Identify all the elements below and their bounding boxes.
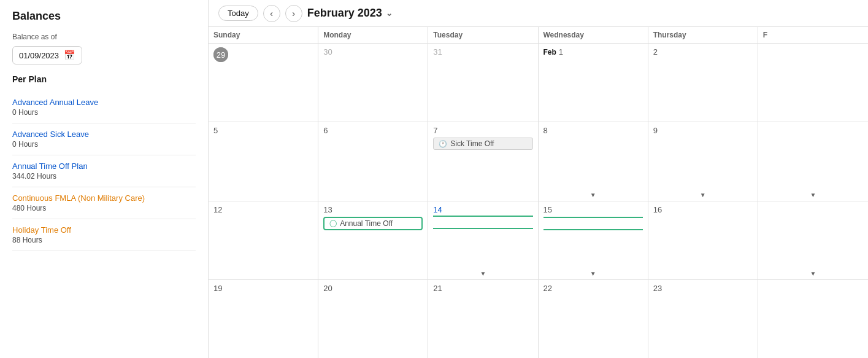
check-circle-icon: ◯ — [329, 219, 337, 227]
per-plan-label: Per Plan — [12, 74, 196, 84]
day-number: 22 — [543, 284, 552, 293]
cal-cell-8[interactable]: 8 ▼ — [539, 122, 648, 200]
day-number: 31 — [433, 47, 442, 56]
date-input-wrapper[interactable]: 01/09/2023 📅 — [12, 46, 82, 64]
plan-item-annual-time-off-plan[interactable]: Annual Time Off Plan 344.02 Hours — [12, 155, 196, 187]
plan-name-holiday-time-off: Holiday Time Off — [12, 225, 196, 235]
dropdown-arrow-15[interactable]: ▼ — [590, 270, 596, 277]
plan-hours-continuous-fmla: 480 Hours — [12, 204, 196, 212]
day-number: 1 — [559, 47, 563, 56]
day-number: 8 — [543, 126, 548, 135]
cal-cell-9[interactable]: 9 ▼ — [648, 122, 758, 200]
balance-as-of-label: Balance as of — [12, 33, 196, 41]
plan-item-advanced-sick-leave[interactable]: Advanced Sick Leave 0 Hours — [12, 123, 196, 155]
cal-cell-22[interactable]: 22 — [539, 280, 648, 358]
plan-hours-advanced-sick-leave: 0 Hours — [12, 140, 196, 149]
cal-cell-feb1[interactable]: Feb 1 — [539, 44, 648, 122]
plan-name-annual-time-off-plan: Annual Time Off Plan — [12, 161, 196, 171]
week-row-3: 12 13 ◯ Annual Time Off 14 ▼ 15 — [209, 201, 868, 280]
cal-cell-14[interactable]: 14 ▼ — [428, 201, 538, 279]
cal-cell-23[interactable]: 23 — [648, 280, 758, 358]
cal-cell-13[interactable]: 13 ◯ Annual Time Off — [318, 201, 428, 279]
day-number: 9 — [653, 126, 658, 135]
plan-name-advanced-annual-leave: Advanced Annual Leave — [12, 98, 196, 107]
day-number: 21 — [433, 284, 442, 293]
calendar-icon[interactable]: 📅 — [64, 50, 75, 61]
day-number: 29 — [213, 47, 228, 62]
plan-hours-holiday-time-off: 88 Hours — [12, 236, 196, 244]
cal-cell-empty1 — [758, 44, 868, 122]
plan-hours-annual-time-off-plan: 344.02 Hours — [12, 172, 196, 181]
day-number: 5 — [213, 126, 218, 135]
cal-cell-29[interactable]: 29 — [209, 44, 318, 122]
calendar-rows: 29 30 31 Feb 1 2 — [209, 44, 868, 358]
cal-cell-20[interactable]: 20 — [318, 280, 428, 358]
day-number: 12 — [213, 205, 222, 214]
calendar-area: Today ‹ › February 2023 ⌄ Sunday Monday … — [209, 0, 868, 358]
plan-item-continuous-fmla[interactable]: Continuous FMLA (Non Military Care) 480 … — [12, 187, 196, 219]
day-number: 19 — [213, 284, 222, 293]
annual-time-off-event[interactable]: ◯ Annual Time Off — [323, 217, 423, 230]
cal-cell-15[interactable]: 15 ▼ — [539, 201, 648, 279]
week-row-2: 5 6 7 🕐 Sick Time Off 8 ▼ — [209, 122, 868, 201]
balance-date: 01/09/2023 — [19, 51, 59, 60]
plan-name-advanced-sick-leave: Advanced Sick Leave — [12, 130, 196, 139]
calendar-grid: Sunday Monday Tuesday Wednesday Thursday… — [209, 27, 868, 358]
month-dropdown-icon: ⌄ — [386, 9, 393, 18]
today-button[interactable]: Today — [218, 6, 258, 21]
cal-cell-5[interactable]: 5 — [209, 122, 318, 200]
day-header-wednesday: Wednesday — [539, 27, 648, 43]
day-headers: Sunday Monday Tuesday Wednesday Thursday… — [209, 27, 868, 44]
plan-hours-advanced-annual-leave: 0 Hours — [12, 108, 196, 117]
feb-label: Feb — [543, 48, 556, 56]
cal-cell-2[interactable]: 2 — [648, 44, 758, 122]
dropdown-arrow-14[interactable]: ▼ — [480, 270, 486, 277]
dropdown-arrow-9[interactable]: ▼ — [700, 192, 706, 198]
cal-cell-19[interactable]: 19 — [209, 280, 318, 358]
sick-time-off-event[interactable]: 🕐 Sick Time Off — [433, 138, 532, 150]
day-header-friday: F — [758, 27, 868, 43]
sidebar-title: Balances — [12, 10, 196, 23]
day-number: 20 — [323, 284, 332, 293]
plan-name-continuous-fmla: Continuous FMLA (Non Military Care) — [12, 193, 196, 203]
cal-cell-empty4 — [758, 280, 868, 358]
day-number: 7 — [433, 126, 437, 135]
day-number: 23 — [653, 284, 662, 293]
day-number: 30 — [323, 47, 332, 56]
cal-cell-30[interactable]: 30 — [318, 44, 428, 122]
week-row-1: 29 30 31 Feb 1 2 — [209, 44, 868, 122]
plan-item-advanced-annual-leave[interactable]: Advanced Annual Leave 0 Hours — [12, 91, 196, 123]
plan-list: Advanced Annual Leave 0 Hours Advanced S… — [12, 91, 196, 251]
month-title[interactable]: February 2023 ⌄ — [307, 7, 393, 20]
cal-cell-6[interactable]: 6 — [318, 122, 428, 200]
day-number: 16 — [653, 205, 662, 214]
cal-cell-12[interactable]: 12 — [209, 201, 318, 279]
day-header-monday: Monday — [318, 27, 428, 43]
cal-cell-7[interactable]: 7 🕐 Sick Time Off — [428, 122, 538, 200]
plan-item-holiday-time-off[interactable]: Holiday Time Off 88 Hours — [12, 219, 196, 251]
day-header-tuesday: Tuesday — [428, 27, 538, 43]
calendar-toolbar: Today ‹ › February 2023 ⌄ — [209, 0, 868, 27]
day-header-thursday: Thursday — [648, 27, 758, 43]
cal-cell-16[interactable]: 16 — [648, 201, 758, 279]
dropdown-arrow-fr2[interactable]: ▼ — [810, 192, 816, 198]
cal-cell-21[interactable]: 21 — [428, 280, 538, 358]
cal-cell-31[interactable]: 31 — [428, 44, 538, 122]
day-header-sunday: Sunday — [209, 27, 318, 43]
sick-event-label: Sick Time Off — [450, 139, 494, 148]
month-title-text: February 2023 — [307, 7, 382, 20]
sidebar: Balances Balance as of 01/09/2023 📅 Per … — [0, 0, 209, 358]
prev-month-button[interactable]: ‹ — [263, 5, 280, 22]
cal-cell-empty2: ▼ — [758, 122, 868, 200]
annual-event-label: Annual Time Off — [340, 219, 393, 228]
next-month-button[interactable]: › — [285, 5, 302, 22]
dropdown-arrow-fr3[interactable]: ▼ — [810, 270, 816, 277]
day-number: 15 — [543, 205, 552, 214]
cal-cell-empty3: ▼ — [758, 201, 868, 279]
day-number: 6 — [323, 126, 328, 135]
clock-icon: 🕐 — [439, 140, 447, 148]
week-row-4: 19 20 21 22 23 — [209, 280, 868, 358]
day-number: 2 — [653, 47, 658, 56]
day-number: 13 — [323, 205, 332, 214]
dropdown-arrow-8[interactable]: ▼ — [590, 192, 596, 198]
